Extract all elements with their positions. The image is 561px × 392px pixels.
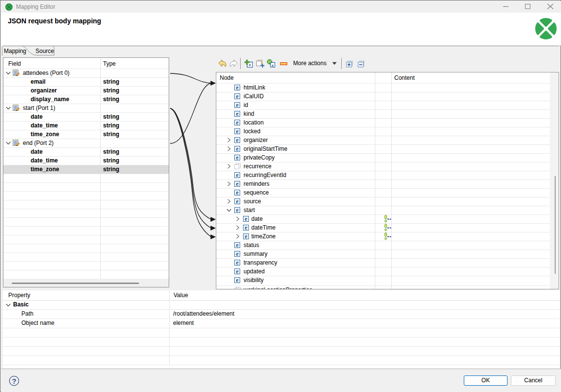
svg-text:Mapping: Mapping <box>4 48 26 54</box>
svg-text:?: ? <box>12 377 16 385</box>
svg-text:e: e <box>272 63 274 68</box>
svg-text:Source: Source <box>35 48 54 54</box>
